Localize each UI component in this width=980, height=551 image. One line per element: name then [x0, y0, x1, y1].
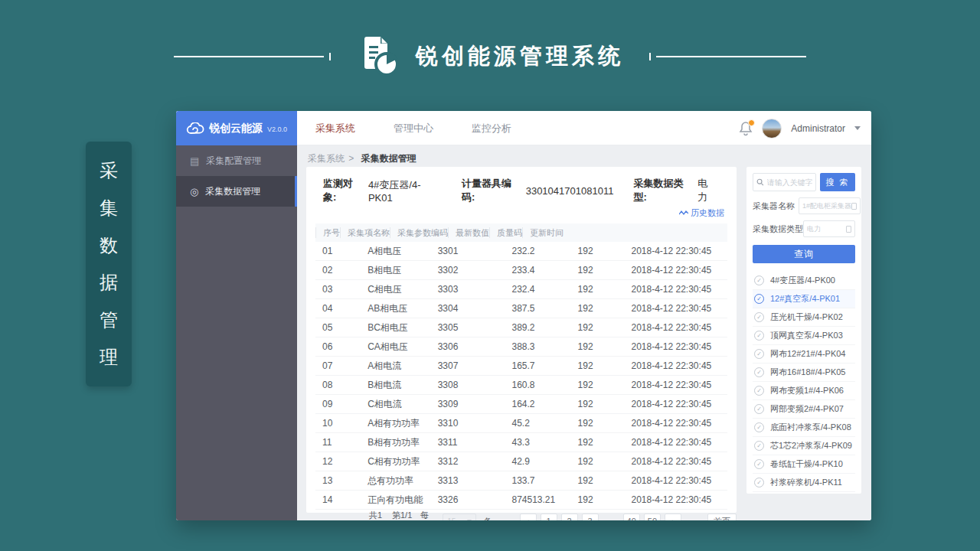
user-name: Administrator	[791, 123, 845, 134]
circle-check-icon: ✓	[754, 331, 764, 341]
device-list-item[interactable]: ✓ 网布16#18#/4-PK05	[753, 364, 855, 382]
device-list-item[interactable]: ✓ 网布变频1#/4-PK06	[753, 382, 855, 400]
sidebar-item-label: 采集配置管理	[206, 155, 261, 168]
cell-time: 2018-4-12 22:30:45	[624, 418, 727, 429]
monitor-object-value: 4#变压器/4-PK01	[368, 178, 442, 204]
cell-value: 389.2	[505, 322, 570, 333]
history-data-link[interactable]: 历史数据	[679, 207, 724, 219]
app-logo-version: V2.0.0	[267, 126, 287, 133]
device-list-item[interactable]: ✓ 网部变频2#/4-PK07	[753, 400, 855, 419]
cell-num: 10	[315, 418, 361, 429]
meter-code-label: 计量器具编码:	[462, 177, 522, 204]
cell-time: 2018-4-12 22:30:45	[624, 437, 727, 448]
dropdown-icon	[851, 203, 857, 210]
query-button[interactable]: 查询	[753, 245, 855, 263]
meter-code-value: 3301041701081011	[526, 185, 614, 197]
cell-time: 2018-4-12 22:30:45	[624, 303, 727, 314]
cell-value: 43.3	[505, 437, 570, 448]
cell-name: A相有功功率	[361, 417, 430, 430]
cell-num: 09	[315, 399, 361, 409]
table-row: 09 C相电流 3309 164.2 192 2018-4-12 22:30:4…	[315, 395, 727, 414]
circle-check-icon: ✓	[754, 404, 764, 414]
device-list-item[interactable]: ✓ 卷纸缸干燥/4-PK10	[753, 455, 855, 474]
breadcrumb-parent[interactable]: 采集系统	[308, 153, 345, 164]
table-header-cell: 序号	[315, 227, 340, 238]
cell-quality: 192	[571, 380, 625, 390]
cell-time: 2018-4-12 22:30:45	[624, 399, 727, 409]
table-row: 01 A相电压 3301 232.2 192 2018-4-12 22:30:4…	[315, 242, 727, 261]
chevron-down-icon[interactable]	[854, 126, 861, 130]
device-list-item[interactable]: ✓ 底面衬冲浆泵/4-PK08	[753, 419, 855, 437]
cell-num: 11	[315, 437, 361, 448]
nav-tab[interactable]: 管理中心	[394, 122, 433, 135]
cell-quality: 192	[571, 246, 625, 256]
search-input[interactable]	[767, 178, 812, 187]
cell-quality: 192	[571, 437, 625, 448]
cell-num: 12	[315, 456, 361, 467]
nav-tab[interactable]: 采集系统	[315, 122, 355, 135]
trend-wave-icon	[679, 210, 688, 216]
device-list-item[interactable]: ✓ 4#变压器/4-PK00	[753, 272, 855, 290]
circle-check-icon: ✓	[754, 349, 764, 359]
collect-datatype-select[interactable]: 电力	[803, 220, 855, 237]
nav-tab[interactable]: 监控分析	[472, 122, 511, 135]
cell-num: 13	[315, 475, 361, 486]
circle-check-icon: ✓	[754, 386, 764, 396]
cell-quality: 192	[571, 494, 625, 505]
device-list-item[interactable]: ✓ 压光机干燥/4-PK02	[753, 308, 855, 327]
filter-panel: 搜 索 采集器名称 1#配电柜采集器 采集数据类型 电力 查询	[746, 167, 861, 494]
cell-num: 05	[315, 322, 361, 333]
cell-code: 3303	[431, 284, 505, 295]
cell-num: 03	[315, 284, 361, 295]
vertical-label-char: 集	[100, 199, 118, 217]
device-list-item[interactable]: ✓ 衬浆碎浆机/4-PK11	[753, 474, 855, 492]
device-list-item[interactable]: ✓ 网布12#21#/4-PK04	[753, 345, 855, 364]
device-name: 4#变压器/4-PK00	[770, 275, 835, 286]
prev-page-button[interactable]: ‹	[520, 514, 537, 520]
notification-bell-icon[interactable]	[739, 121, 753, 136]
cell-value: 232.2	[505, 246, 570, 256]
banner-rule-right	[656, 56, 806, 57]
table-row: 06 CA相电压 3306 388.3 192 2018-4-12 22:30:…	[315, 337, 727, 357]
cell-code: 3311	[431, 437, 505, 448]
device-list-item[interactable]: ✓ 顶网真空泵/4-PK03	[753, 327, 855, 345]
next-page-button[interactable]: ›	[665, 514, 681, 520]
cell-quality: 192	[571, 360, 625, 371]
sidebar-item-collect-config[interactable]: ▤ 采集配置管理	[176, 145, 297, 176]
page-number-button[interactable]: ...	[603, 514, 619, 520]
device-name: 压光机干燥/4-PK02	[770, 311, 843, 323]
cell-name: 总有功功率	[361, 474, 430, 487]
cell-name: A相电流	[361, 360, 430, 373]
device-name: 网部变频2#/4-PK07	[770, 403, 844, 415]
page-number-button[interactable]: 1	[541, 514, 557, 520]
sidebar-item-collect-data[interactable]: ◎ 采集数据管理	[176, 176, 297, 207]
cell-num: 04	[315, 303, 361, 314]
table-row: 14 正向有功电能 3326 874513.21 192 2018-4-12 2…	[315, 491, 727, 510]
page-banner: 锐创能源管理系统	[0, 29, 980, 84]
window-topbar: 锐创云能源 V2.0.0 采集系统管理中心监控分析 Administrator	[176, 111, 871, 145]
table-row: 03 C相电压 3303 232.4 192 2018-4-12 22:30:4…	[315, 280, 727, 299]
page-number-button[interactable]: 3	[582, 514, 599, 520]
user-avatar[interactable]	[762, 119, 782, 139]
page-number-button[interactable]: 49	[623, 514, 640, 520]
cell-time: 2018-4-12 22:30:45	[624, 265, 727, 276]
breadcrumb-separator: >	[348, 153, 354, 164]
device-list-item[interactable]: ✓ 芯1芯2冲浆泵/4-PK09	[753, 437, 855, 455]
cell-value: 160.8	[505, 380, 570, 390]
data-table-card: 监测对象: 4#变压器/4-PK01 计量器具编码: 3301041701081…	[306, 167, 737, 513]
search-box	[753, 173, 816, 191]
page-number-button[interactable]: 2	[561, 514, 578, 520]
per-page-label: 每页	[420, 510, 433, 520]
search-button[interactable]: 搜 索	[820, 173, 855, 191]
circle-check-icon: ✓	[754, 478, 764, 487]
total-pages-text: 共1页	[369, 510, 386, 520]
device-list-item[interactable]: ✓ 12#真空泵/4-PK01	[753, 290, 855, 308]
page-number-button[interactable]: 50	[644, 514, 661, 520]
device-list: ✓ 4#变压器/4-PK00 ✓ 12#真空泵/4-PK01 ✓ 压光机干燥/4…	[753, 272, 855, 492]
first-page-button[interactable]: 首页	[707, 514, 737, 520]
cell-time: 2018-4-12 22:30:45	[624, 341, 727, 352]
collector-name-label: 采集器名称	[753, 201, 799, 212]
per-page-select[interactable]: 15	[443, 514, 475, 520]
cell-name: 正向有功电能	[361, 494, 430, 507]
collector-name-select[interactable]: 1#配电柜采集器	[799, 197, 861, 214]
